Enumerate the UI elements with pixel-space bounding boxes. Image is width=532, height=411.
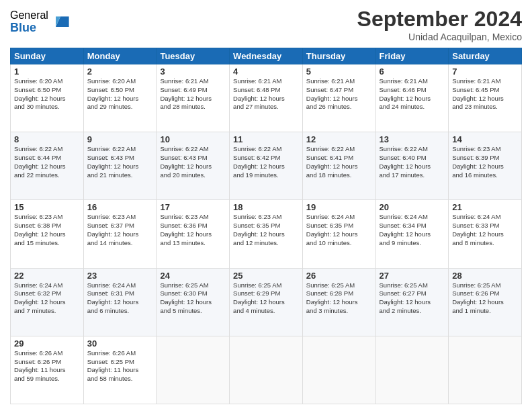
calendar-week-row: 8Sunrise: 6:22 AM Sunset: 6:44 PM Daylig… [11,132,522,200]
day-info: Sunrise: 6:25 AM Sunset: 6:26 PM Dayligh… [452,281,518,316]
day-number: 20 [380,202,445,212]
table-row: 11Sunrise: 6:22 AM Sunset: 6:42 PM Dayli… [230,132,303,200]
month-title: September 2024 [357,7,522,32]
col-tuesday: Tuesday [157,48,230,64]
day-info: Sunrise: 6:24 AM Sunset: 6:35 PM Dayligh… [306,213,372,247]
day-info: Sunrise: 6:22 AM Sunset: 6:44 PM Dayligh… [14,145,80,179]
table-row: 1Sunrise: 6:20 AM Sunset: 6:50 PM Daylig… [11,64,84,132]
col-wednesday: Wednesday [230,48,303,64]
day-number: 5 [306,66,372,77]
page: General Blue September 2024 Unidad Acaqu… [0,0,532,411]
day-info: Sunrise: 6:22 AM Sunset: 6:42 PM Dayligh… [233,145,299,179]
col-sunday: Sunday [11,48,84,64]
day-number: 19 [306,202,372,212]
table-row: 24Sunrise: 6:25 AM Sunset: 6:30 PM Dayli… [157,268,230,336]
table-row: 13Sunrise: 6:22 AM Sunset: 6:40 PM Dayli… [375,132,449,200]
table-row: 27Sunrise: 6:25 AM Sunset: 6:27 PM Dayli… [375,268,449,336]
day-info: Sunrise: 6:21 AM Sunset: 6:47 PM Dayligh… [306,77,372,111]
day-info: Sunrise: 6:25 AM Sunset: 6:27 PM Dayligh… [380,281,445,316]
table-row: 7Sunrise: 6:21 AM Sunset: 6:45 PM Daylig… [449,64,522,132]
day-info: Sunrise: 6:22 AM Sunset: 6:40 PM Dayligh… [380,145,445,179]
calendar-week-row: 15Sunrise: 6:23 AM Sunset: 6:38 PM Dayli… [11,200,522,268]
day-number: 14 [452,134,518,144]
table-row: 30Sunrise: 6:26 AM Sunset: 6:25 PM Dayli… [83,336,157,404]
day-number: 29 [14,338,80,349]
day-info: Sunrise: 6:21 AM Sunset: 6:48 PM Dayligh… [233,77,299,111]
day-number: 23 [87,271,153,281]
table-row: 20Sunrise: 6:24 AM Sunset: 6:34 PM Dayli… [375,200,449,268]
day-number: 1 [14,66,80,77]
table-row [230,336,303,404]
day-info: Sunrise: 6:26 AM Sunset: 6:26 PM Dayligh… [14,349,80,383]
location: Unidad Acaquilpan, Mexico [357,32,522,42]
table-row: 3Sunrise: 6:21 AM Sunset: 6:49 PM Daylig… [157,64,230,132]
table-row: 15Sunrise: 6:23 AM Sunset: 6:38 PM Dayli… [11,200,84,268]
day-info: Sunrise: 6:23 AM Sunset: 6:38 PM Dayligh… [14,213,80,247]
logo-icon [51,13,70,32]
calendar-week-row: 1Sunrise: 6:20 AM Sunset: 6:50 PM Daylig… [11,64,522,132]
day-number: 10 [160,134,226,144]
table-row: 14Sunrise: 6:23 AM Sunset: 6:39 PM Dayli… [449,132,522,200]
day-number: 25 [233,271,299,281]
day-number: 6 [380,66,445,77]
table-row: 16Sunrise: 6:23 AM Sunset: 6:37 PM Dayli… [83,200,157,268]
day-info: Sunrise: 6:25 AM Sunset: 6:28 PM Dayligh… [306,281,372,316]
day-number: 15 [14,202,80,212]
table-row: 29Sunrise: 6:26 AM Sunset: 6:26 PM Dayli… [11,336,84,404]
day-number: 4 [233,66,299,77]
logo-blue: Blue [10,21,48,35]
day-number: 22 [14,271,80,281]
col-friday: Friday [375,48,449,64]
calendar-week-row: 29Sunrise: 6:26 AM Sunset: 6:26 PM Dayli… [11,336,522,404]
table-row: 4Sunrise: 6:21 AM Sunset: 6:48 PM Daylig… [230,64,303,132]
table-row: 25Sunrise: 6:25 AM Sunset: 6:29 PM Dayli… [230,268,303,336]
day-number: 26 [306,271,372,281]
day-info: Sunrise: 6:20 AM Sunset: 6:50 PM Dayligh… [87,77,153,111]
table-row: 28Sunrise: 6:25 AM Sunset: 6:26 PM Dayli… [449,268,522,336]
day-info: Sunrise: 6:24 AM Sunset: 6:31 PM Dayligh… [87,281,153,316]
day-info: Sunrise: 6:25 AM Sunset: 6:30 PM Dayligh… [160,281,226,316]
table-row: 26Sunrise: 6:25 AM Sunset: 6:28 PM Dayli… [302,268,375,336]
day-number: 24 [160,271,226,281]
day-info: Sunrise: 6:26 AM Sunset: 6:25 PM Dayligh… [87,349,153,383]
calendar-header-row: Sunday Monday Tuesday Wednesday Thursday… [11,48,522,64]
logo-general: General [10,9,48,21]
calendar: Sunday Monday Tuesday Wednesday Thursday… [10,48,522,404]
col-monday: Monday [83,48,157,64]
day-number: 12 [306,134,372,144]
table-row: 5Sunrise: 6:21 AM Sunset: 6:47 PM Daylig… [302,64,375,132]
table-row [157,336,230,404]
day-info: Sunrise: 6:21 AM Sunset: 6:49 PM Dayligh… [160,77,226,111]
logo-text: General Blue [10,9,48,34]
table-row [449,336,522,404]
table-row: 6Sunrise: 6:21 AM Sunset: 6:46 PM Daylig… [375,64,449,132]
day-info: Sunrise: 6:24 AM Sunset: 6:34 PM Dayligh… [380,213,445,247]
day-info: Sunrise: 6:25 AM Sunset: 6:29 PM Dayligh… [233,281,299,316]
table-row: 18Sunrise: 6:23 AM Sunset: 6:35 PM Dayli… [230,200,303,268]
table-row: 2Sunrise: 6:20 AM Sunset: 6:50 PM Daylig… [83,64,157,132]
day-number: 13 [380,134,445,144]
table-row [375,336,449,404]
col-thursday: Thursday [302,48,375,64]
table-row: 12Sunrise: 6:22 AM Sunset: 6:41 PM Dayli… [302,132,375,200]
table-row: 8Sunrise: 6:22 AM Sunset: 6:44 PM Daylig… [11,132,84,200]
table-row: 23Sunrise: 6:24 AM Sunset: 6:31 PM Dayli… [83,268,157,336]
logo: General Blue [10,9,70,34]
table-row: 22Sunrise: 6:24 AM Sunset: 6:32 PM Dayli… [11,268,84,336]
day-number: 21 [452,202,518,212]
day-number: 18 [233,202,299,212]
day-info: Sunrise: 6:23 AM Sunset: 6:36 PM Dayligh… [160,213,226,247]
day-info: Sunrise: 6:22 AM Sunset: 6:43 PM Dayligh… [160,145,226,179]
title-block: September 2024 Unidad Acaquilpan, Mexico [357,7,522,42]
table-row: 21Sunrise: 6:24 AM Sunset: 6:33 PM Dayli… [449,200,522,268]
table-row [302,336,375,404]
day-info: Sunrise: 6:21 AM Sunset: 6:46 PM Dayligh… [380,77,445,111]
day-number: 30 [87,338,153,349]
day-number: 3 [160,66,226,77]
day-info: Sunrise: 6:21 AM Sunset: 6:45 PM Dayligh… [452,77,518,111]
day-number: 7 [452,66,518,77]
day-number: 9 [87,134,153,144]
table-row: 17Sunrise: 6:23 AM Sunset: 6:36 PM Dayli… [157,200,230,268]
header: General Blue September 2024 Unidad Acaqu… [10,7,522,42]
table-row: 10Sunrise: 6:22 AM Sunset: 6:43 PM Dayli… [157,132,230,200]
